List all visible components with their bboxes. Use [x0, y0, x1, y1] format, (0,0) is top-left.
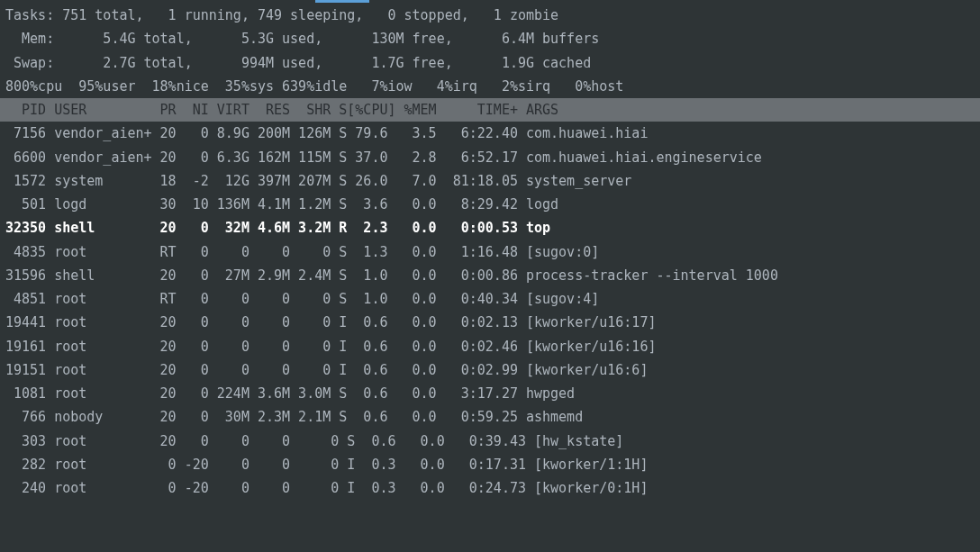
process-row: 282 root 0 -20 0 0 0 I 0.3 0.0 0:17.31 [… — [5, 453, 975, 476]
process-row: 6600 vendor_aien+ 20 0 6.3G 162M 115M S … — [5, 146, 975, 169]
process-row: 31596 shell 20 0 27M 2.9M 2.4M S 1.0 0.0… — [5, 264, 975, 287]
tasks-summary: Tasks: 751 total, 1 running, 749 sleepin… — [5, 4, 975, 27]
cpu-summary: 800%cpu 95%user 18%nice 35%sys 639%idle … — [5, 75, 975, 98]
process-row: 32350 shell 20 0 32M 4.6M 3.2M R 2.3 0.0… — [5, 216, 975, 240]
mem-summary: Mem: 5.4G total, 5.3G used, 130M free, 6… — [5, 27, 975, 50]
process-row: 7156 vendor_aien+ 20 0 8.9G 200M 126M S … — [5, 122, 975, 145]
terminal-output: Tasks: 751 total, 1 running, 749 sleepin… — [0, 0, 980, 503]
process-row: 766 nobody 20 0 30M 2.3M 2.1M S 0.6 0.0 … — [5, 405, 975, 429]
process-row: 1081 root 20 0 224M 3.6M 3.0M S 0.6 0.0 … — [5, 382, 975, 405]
process-row: 19151 root 20 0 0 0 0 I 0.6 0.0 0:02.99 … — [5, 358, 975, 382]
process-row: 1572 system 18 -2 12G 397M 207M S 26.0 7… — [5, 169, 975, 193]
process-list: 7156 vendor_aien+ 20 0 8.9G 200M 126M S … — [5, 122, 975, 500]
process-row: 19441 root 20 0 0 0 0 I 0.6 0.0 0:02.13 … — [5, 311, 975, 334]
active-tab-indicator — [315, 0, 369, 3]
process-row: 4851 root RT 0 0 0 0 S 1.0 0.0 0:40.34 [… — [5, 287, 975, 311]
process-table-header: PID USER PR NI VIRT RES SHR S[%CPU] %MEM… — [0, 98, 980, 122]
swap-summary: Swap: 2.7G total, 994M used, 1.7G free, … — [5, 51, 975, 75]
process-row: 4835 root RT 0 0 0 0 S 1.3 0.0 1:16.48 [… — [5, 240, 975, 264]
process-row: 501 logd 30 10 136M 4.1M 1.2M S 3.6 0.0 … — [5, 193, 975, 216]
process-row: 303 root 20 0 0 0 0 S 0.6 0.0 0:39.43 [h… — [5, 430, 975, 453]
process-row: 240 root 0 -20 0 0 0 I 0.3 0.0 0:24.73 [… — [5, 476, 975, 500]
process-row: 19161 root 20 0 0 0 0 I 0.6 0.0 0:02.46 … — [5, 335, 975, 358]
